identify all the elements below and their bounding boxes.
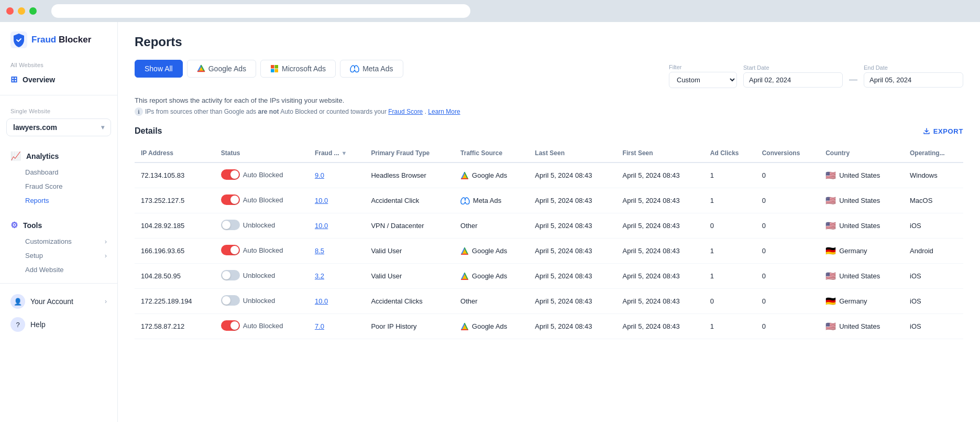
fraud-score-value[interactable]: 10.0 <box>315 197 328 204</box>
cell-country: 🇺🇸 United States <box>819 213 904 239</box>
export-icon <box>923 127 930 135</box>
tab-meta-ads[interactable]: Meta Ads <box>340 60 403 78</box>
toggle-switch[interactable] <box>221 220 240 230</box>
th-conversions: Conversions <box>756 144 819 163</box>
fraud-score-link[interactable]: Fraud Score <box>388 108 423 115</box>
meta-ads-row-icon <box>460 197 470 204</box>
cell-fraud-score: 8.5 <box>309 239 365 264</box>
analytics-icon: 📈 <box>10 151 21 161</box>
th-fraud-score[interactable]: Fraud ...▼ <box>309 144 365 163</box>
filter-group: Filter Custom Today Yesterday Last 7 Day… <box>669 64 737 88</box>
fraud-score-value[interactable]: 10.0 <box>315 222 328 230</box>
sidebar-item-overview[interactable]: ⊞ Overview <box>0 70 117 89</box>
cell-traffic-source: Meta Ads <box>454 188 528 213</box>
cell-fraud-type: Accidental Clicks <box>365 289 454 314</box>
fraud-score-value[interactable]: 9.0 <box>315 171 324 179</box>
cell-fraud-score: 10.0 <box>309 188 365 213</box>
browser-dot-green[interactable] <box>29 7 37 15</box>
table-row: 172.58.87.212 Auto Blocked 7.0 Poor IP H… <box>135 314 963 339</box>
cell-last-seen: April 5, 2024 08:43 <box>528 239 616 264</box>
export-button[interactable]: EXPORT <box>923 127 963 135</box>
status-text: Auto Blocked <box>243 171 283 179</box>
chevron-right-icon: › <box>105 298 107 305</box>
tools-group-header[interactable]: ⚙ Tools <box>0 216 117 234</box>
address-bar[interactable] <box>51 4 470 18</box>
cell-os: iOS <box>904 314 963 339</box>
meta-ads-tab-icon <box>350 64 359 73</box>
analytics-group-header[interactable]: 📈 Analytics <box>0 147 117 165</box>
sidebar-item-dashboard[interactable]: Dashboard <box>0 165 117 179</box>
fraud-score-value[interactable]: 10.0 <box>315 297 328 305</box>
browser-dot-red[interactable] <box>6 7 14 15</box>
sidebar-item-setup[interactable]: Setup › <box>0 248 117 263</box>
toggle-thumb <box>230 321 239 330</box>
start-date-input[interactable] <box>743 72 843 88</box>
end-date-input[interactable] <box>864 72 963 88</box>
sidebar-item-fraud-score[interactable]: Fraud Score <box>0 179 117 193</box>
toggle-switch[interactable] <box>221 245 240 255</box>
th-first-seen: First Seen <box>616 144 704 163</box>
browser-chrome <box>0 0 980 22</box>
tools-group: ⚙ Tools Customizations › Setup › Add Web… <box>0 216 117 277</box>
cell-status: Auto Blocked <box>215 188 309 213</box>
date-separator: — <box>849 75 857 84</box>
sidebar-item-your-account[interactable]: 👤 Your Account › <box>0 290 117 313</box>
tools-icon: ⚙ <box>10 220 18 230</box>
learn-more-link[interactable]: Learn More <box>428 108 460 115</box>
cell-traffic-source: Other <box>454 289 528 314</box>
country-flag: 🇺🇸 <box>825 321 836 331</box>
end-date-label: End Date <box>864 64 963 71</box>
th-status: Status <box>215 144 309 163</box>
sidebar-item-customizations[interactable]: Customizations › <box>0 234 117 248</box>
status-text: Auto Blocked <box>243 246 283 254</box>
browser-dot-yellow[interactable] <box>18 7 25 15</box>
cell-first-seen: April 5, 2024 08:43 <box>616 239 704 264</box>
cell-fraud-type: Valid User <box>365 239 454 264</box>
cell-ip: 104.28.92.185 <box>135 213 215 239</box>
cell-fraud-score: 10.0 <box>309 289 365 314</box>
cell-ip: 104.28.50.95 <box>135 264 215 289</box>
google-ads-row-icon <box>460 272 469 280</box>
cell-fraud-score: 10.0 <box>309 213 365 239</box>
logo-text: Fraud Blocker <box>31 35 91 45</box>
toggle-switch[interactable] <box>221 270 240 280</box>
cell-traffic-source: Google Ads <box>454 163 528 188</box>
app-container: Fraud Blocker All Websites ⊞ Overview Si… <box>0 22 980 422</box>
tab-show-all[interactable]: Show All <box>135 60 183 78</box>
google-ads-row-icon <box>460 171 469 180</box>
cell-country: 🇺🇸 United States <box>819 163 904 188</box>
sidebar-item-add-website[interactable]: Add Website <box>0 263 117 277</box>
fraud-score-value[interactable]: 3.2 <box>315 272 324 280</box>
overview-label: Overview <box>23 75 55 84</box>
top-filter-area: Show All Google Ads <box>135 60 963 88</box>
cell-conversions: 0 <box>756 188 819 213</box>
toggle-switch[interactable] <box>221 295 240 306</box>
country-flag: 🇺🇸 <box>825 221 836 231</box>
sidebar-item-reports[interactable]: Reports <box>0 193 117 208</box>
country-name: Germany <box>839 297 867 305</box>
cell-ip: 72.134.105.83 <box>135 163 215 188</box>
all-websites-label: All Websites <box>0 56 117 70</box>
cell-last-seen: April 5, 2024 08:43 <box>528 213 616 239</box>
cell-last-seen: April 5, 2024 08:43 <box>528 188 616 213</box>
cell-conversions: 0 <box>756 289 819 314</box>
toggle-thumb <box>222 221 230 229</box>
tab-microsoft-ads[interactable]: Microsoft Ads <box>260 60 336 78</box>
country-name: United States <box>839 197 880 204</box>
toggle-switch[interactable] <box>221 320 240 331</box>
fraud-score-value[interactable]: 7.0 <box>315 322 324 330</box>
status-text: Unblocked <box>243 272 275 279</box>
toggle-switch[interactable] <box>221 169 240 180</box>
toggle-switch[interactable] <box>221 194 240 205</box>
sidebar-item-help[interactable]: ? Help <box>0 313 117 336</box>
cell-country: 🇩🇪 Germany <box>819 239 904 264</box>
cell-last-seen: April 5, 2024 08:43 <box>528 289 616 314</box>
end-date-group: End Date <box>864 64 963 88</box>
google-ads-row-icon <box>460 247 469 255</box>
filter-select[interactable]: Custom Today Yesterday Last 7 Days Last … <box>669 72 737 88</box>
tab-google-ads[interactable]: Google Ads <box>187 60 256 78</box>
website-selector[interactable]: lawyers.com ▾ <box>6 118 111 136</box>
th-country: Country <box>819 144 904 163</box>
fraud-score-value[interactable]: 8.5 <box>315 247 324 255</box>
cell-traffic-source: Google Ads <box>454 239 528 264</box>
